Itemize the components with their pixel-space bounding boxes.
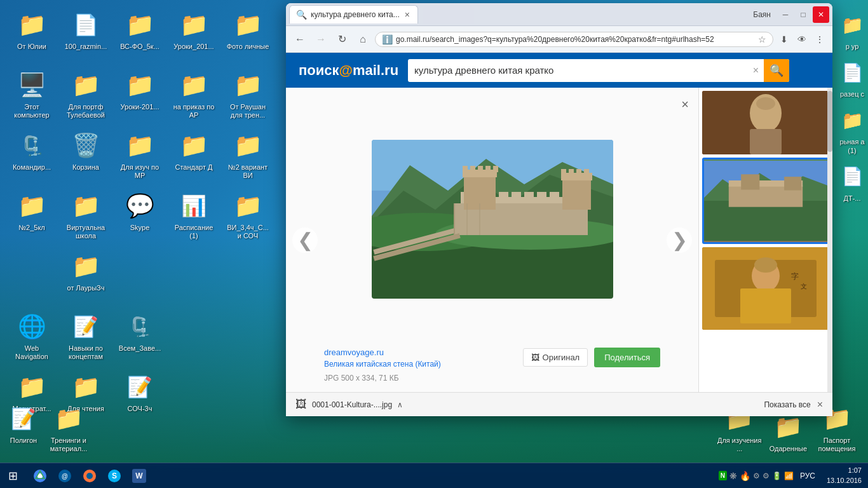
desktop-icon-navyki[interactable]: 📝 Навыки по концептам <box>60 308 111 365</box>
image-viewer-panel: × ❮ ❯ <box>286 88 699 392</box>
taskbar-mail-icon[interactable]: @ <box>53 464 76 487</box>
desktop-icon-komandir[interactable]: 🗜️ Командир... <box>6 127 57 184</box>
language-indicator[interactable]: РУС <box>797 471 818 480</box>
sidebar-scrollbar[interactable] <box>827 88 832 392</box>
tab-placeholder <box>423 6 474 24</box>
forward-button[interactable]: → <box>312 30 330 48</box>
desktop-icon-foto[interactable]: 📁 Фото личные <box>222 6 273 64</box>
image-prev-button[interactable]: ❮ <box>292 227 318 253</box>
eye-icon[interactable]: 👁 <box>794 32 810 47</box>
desktop-icon-right3[interactable]: 📁 рьная а (1) <box>836 102 868 158</box>
desktop-icon-computer[interactable]: 🖥️ Этот компьютер <box>6 67 57 124</box>
svg-point-40 <box>756 97 775 110</box>
desktop-icon-variant[interactable]: 📁 №2 вариант ВИ <box>222 127 273 184</box>
svg-rect-30 <box>576 169 581 175</box>
original-button[interactable]: 🖼 Оригинал <box>523 348 588 367</box>
desktop-icon-virtual[interactable]: 📁 Виртуальна школа <box>60 187 111 245</box>
main-content: × ❮ ❯ <box>286 88 832 392</box>
tray-torch-icon: 🔥 <box>740 471 750 481</box>
window-controls: ─ □ ✕ <box>777 6 829 23</box>
more-menu-icon[interactable]: ⋮ <box>812 32 827 47</box>
desktop-icon-empty2 <box>114 248 165 305</box>
source-description[interactable]: Великая китайская стена (Китай) <box>324 360 441 369</box>
download-icon[interactable]: ⬇ <box>776 32 792 47</box>
thumbnail-2[interactable] <box>702 158 829 244</box>
main-image <box>372 140 613 299</box>
download-item: 🖼 0001-001-Kultura-....jpg ∧ <box>295 398 403 411</box>
thumbnail-1[interactable] <box>702 91 829 154</box>
svg-point-60 <box>86 473 93 479</box>
svg-rect-39 <box>750 129 782 154</box>
start-button[interactable]: ⊞ <box>0 463 25 489</box>
desktop-icon-vs-fo[interactable]: 📁 ВС-ФО_5к... <box>114 6 165 64</box>
desktop-icon-100-razmin[interactable]: 📄 100_razmin... <box>60 6 111 64</box>
desktop-icon-standart[interactable]: 📁 Стандарт Д <box>168 127 219 184</box>
taskbar-chrome-icon[interactable] <box>29 464 51 487</box>
great-wall-image <box>372 140 613 299</box>
search-clear-button[interactable]: × <box>753 65 759 76</box>
desktop-icon-prikaz[interactable]: 📁 на приказ по АР <box>168 67 219 124</box>
source-url[interactable]: dreamvoyage.ru <box>324 348 441 357</box>
desktop-icon-vi-soch[interactable]: 📁 ВИ_3,4ч_С... и СОЧ <box>222 187 273 245</box>
desktop-icon-right1[interactable]: 📁 р ур <box>836 6 868 54</box>
browser-tab[interactable]: 🔍 культура древнего кита... × <box>289 5 418 24</box>
home-button[interactable]: ⌂ <box>354 30 372 48</box>
svg-rect-14 <box>524 192 534 200</box>
lock-icon: ℹ️ <box>382 34 393 44</box>
download-bar-right: Показать все × <box>764 399 823 410</box>
taskbar-right: N ❋ 🔥 ⚙ ⚙ 🔋 📶 РУС 1:07 13.10.2016 <box>712 466 868 485</box>
desktop-icon-uroki2[interactable]: 📁 Уроки-201... <box>114 67 165 124</box>
desktop-icon-soch3[interactable]: 📝 СОЧ-3ч <box>114 369 165 426</box>
desktop-icon-portf[interactable]: 📁 Для портф Тулебаевой <box>60 67 111 124</box>
browser-window: 🔍 культура древнего кита... × Баян ─ □ ✕… <box>286 3 832 416</box>
tab-title: культура древнего кита... <box>311 10 400 19</box>
show-all-downloads-button[interactable]: Показать все <box>764 400 810 409</box>
desktop-icon-treningi[interactable]: 📁 Тренинги и материал... <box>44 400 93 456</box>
address-bar[interactable]: ℹ️ go.mail.ru/search_images?q=культура%2… <box>375 32 773 47</box>
clock-date: 13.10.2016 <box>827 476 862 485</box>
scrollbar-thumb <box>827 91 832 152</box>
desktop-icon-right2[interactable]: 📄 разец с <box>836 54 868 102</box>
desktop-icon-raushan[interactable]: 📁 От Раушан для трен... <box>222 67 273 124</box>
desktop-icon-uroki[interactable]: 📁 Уроки_201... <box>168 6 219 64</box>
taskbar-firefox-icon[interactable] <box>78 464 101 487</box>
tab-close-button[interactable]: × <box>403 10 411 20</box>
share-button[interactable]: Поделиться <box>594 348 660 367</box>
nav-extra-icons: ⬇ 👁 ⋮ <box>776 32 827 47</box>
search-box[interactable]: × 🔍 <box>408 59 789 82</box>
search-input[interactable] <box>414 65 748 76</box>
desktop-icon-empty6 <box>222 308 273 365</box>
desktop-icon-empty1 <box>6 248 57 305</box>
mail-logo: поиск@mail.ru <box>299 62 398 79</box>
image-next-button[interactable]: ❯ <box>667 227 692 253</box>
desktop: 📁 От Юлии 📄 100_razmin... 📁 ВС-ФО_5к... … <box>0 0 868 488</box>
navigation-bar: ← → ↻ ⌂ ℹ️ go.mail.ru/search_images?q=ку… <box>286 26 832 53</box>
maximize-button[interactable]: □ <box>795 6 811 23</box>
image-viewer-close-button[interactable]: × <box>681 97 689 112</box>
download-bar-close-button[interactable]: × <box>817 399 823 410</box>
desktop-icon-right4[interactable]: 📄 ДТ-... <box>836 158 868 206</box>
download-expand-button[interactable]: ∧ <box>397 400 403 409</box>
back-button[interactable]: ← <box>291 30 309 48</box>
search-submit-button[interactable]: 🔍 <box>764 59 789 82</box>
desktop-icon-ot-yulii[interactable]: 📁 От Юлии <box>6 6 57 64</box>
bookmark-icon[interactable]: ☆ <box>758 34 766 44</box>
desktop-icon-poligon[interactable]: 📝 Полигон <box>6 400 41 456</box>
download-bar: 🖼 0001-001-Kultura-....jpg ∧ Показать вс… <box>286 392 832 416</box>
desktop-icon-korzina[interactable]: 🗑️ Корзина <box>60 127 111 184</box>
wall-thumb-svg <box>704 159 827 242</box>
desktop-icon-vsem[interactable]: 🗜️ Всем_Заве... <box>114 308 165 365</box>
close-button[interactable]: ✕ <box>813 6 829 23</box>
taskbar-word-icon[interactable]: W <box>128 464 151 487</box>
refresh-button[interactable]: ↻ <box>333 30 351 48</box>
desktop-icon-raspisanie[interactable]: 📊 Расписание (1) <box>168 187 219 245</box>
taskbar-skype-icon[interactable]: S <box>103 464 126 487</box>
desktop-icon-web-nav[interactable]: 🌐 Web Navigation <box>6 308 57 365</box>
minimize-button[interactable]: ─ <box>777 6 794 23</box>
desktop-icon-mr[interactable]: 📁 Для изуч по МР <box>114 127 165 184</box>
skype-svg: S <box>107 469 121 483</box>
thumbnail-3[interactable]: 字 文 <box>702 247 829 330</box>
desktop-icon-laury[interactable]: 📁 от ЛаурыЗч <box>60 248 111 305</box>
desktop-icon-skype[interactable]: 💬 Skype <box>114 187 165 245</box>
desktop-icon-5kl[interactable]: 📁 №2_5кл <box>6 187 57 245</box>
